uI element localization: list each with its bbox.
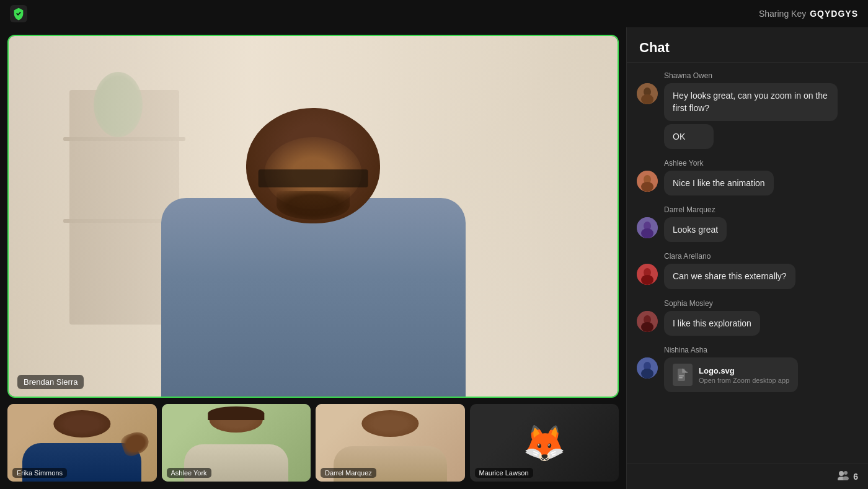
bubble-clara-1: Can we share this externally? <box>664 264 795 289</box>
sender-name-nishina: Nishina Asha <box>664 346 858 354</box>
thumb-name-ashlee: Ashlee York <box>167 468 211 478</box>
bubble-darrel-1: Looks great <box>664 217 727 242</box>
chat-header: Chat <box>627 27 868 63</box>
topbar: Sharing Key GQYDGYS <box>0 0 868 27</box>
sender-name-shawna: Shawna Owen <box>664 71 858 80</box>
svg-rect-19 <box>679 375 684 377</box>
avatar-shawna <box>637 83 658 104</box>
avatar-nishina <box>637 357 658 379</box>
thumb-ashlee-york[interactable]: Ashlee York <box>162 404 311 482</box>
participant-count-bar: 6 <box>627 464 868 489</box>
chat-msg-darrel: Darrel Marquez Looks great <box>637 205 858 242</box>
logo-area <box>10 5 27 22</box>
svg-point-23 <box>844 471 848 475</box>
msg-row-ashlee-1: Nice I like the animation <box>637 171 858 195</box>
thumb-erika-simmons[interactable]: Erika Simmons <box>7 404 157 482</box>
participant-count-number: 6 <box>853 472 858 482</box>
bubble-sophia-1: I like this exploration <box>664 311 760 336</box>
bubble-ashlee-1: Nice I like the animation <box>664 171 774 195</box>
svg-point-11 <box>641 275 653 285</box>
file-name: Logo.svg <box>699 366 789 375</box>
msg-row-clara-1: Can we share this externally? <box>637 264 858 289</box>
main-video: Brendan Sierra <box>7 35 619 398</box>
avatar-sophia <box>637 311 658 332</box>
svg-point-14 <box>641 322 653 332</box>
main-video-name-tag: Brendan Sierra <box>17 375 84 389</box>
fox-emoji: 🦊 <box>523 426 566 460</box>
thumb-name-erika: Erika Simmons <box>12 468 67 478</box>
svg-point-5 <box>641 182 653 192</box>
sharing-key-value: GQYDGYS <box>810 9 858 19</box>
avatar-ashlee <box>637 171 658 192</box>
thumb-name-maurice: Maurice Lawson <box>475 468 533 478</box>
chat-msg-shawna: Shawna Owen Hey looks great, can you zoo… <box>637 71 858 149</box>
msg-row-nishina-1: Logo.svg Open from Zoom desktop app <box>637 357 858 392</box>
sharing-key-area: Sharing Key GQYDGYS <box>759 9 858 19</box>
video-background <box>9 36 618 397</box>
thumbnail-row: Erika Simmons Ashlee York <box>7 404 619 482</box>
shield-icon <box>10 5 27 22</box>
svg-rect-20 <box>679 377 683 379</box>
chat-msg-nishina: Nishina Asha <box>637 346 858 392</box>
sender-name-darrel: Darrel Marquez <box>664 205 858 214</box>
participants-icon <box>837 470 849 483</box>
bubble-shawna-1: Hey looks great, can you zoom in on the … <box>664 83 838 121</box>
chat-panel: Chat Shawna Owen Hey looks great, can yo… <box>626 27 868 489</box>
svg-point-8 <box>641 228 653 238</box>
svg-point-21 <box>839 471 844 476</box>
file-action: Open from Zoom desktop app <box>699 377 789 384</box>
chat-msg-clara: Clara Arellano Can we share this externa… <box>637 252 858 289</box>
bubble-shawna-ok: OK <box>664 124 714 149</box>
msg-row-sophia-1: I like this exploration <box>637 311 858 336</box>
msg-row-darrel-1: Looks great <box>637 217 858 242</box>
chat-messages[interactable]: Shawna Owen Hey looks great, can you zoo… <box>627 63 868 464</box>
thumb-maurice-lawson[interactable]: 🦊 Maurice Lawson <box>470 404 619 482</box>
sender-name-ashlee: Ashlee York <box>664 159 858 168</box>
msg-row-shawna-1: Hey looks great, can you zoom in on the … <box>637 83 858 121</box>
file-icon <box>673 364 693 386</box>
chat-msg-ashlee: Ashlee York Nice I like the animation <box>637 159 858 195</box>
sender-name-sophia: Sophia Mosley <box>664 299 858 308</box>
svg-point-24 <box>843 477 849 481</box>
avatar-darrel <box>637 217 658 238</box>
thumb-darrel-marquez[interactable]: Darrel Marquez <box>316 404 465 482</box>
bubble-nishina-file[interactable]: Logo.svg Open from Zoom desktop app <box>664 357 798 392</box>
file-info: Logo.svg Open from Zoom desktop app <box>699 366 789 384</box>
svg-point-17 <box>641 369 653 379</box>
avatar-clara <box>637 264 658 285</box>
sharing-key-label: Sharing Key <box>759 9 806 19</box>
video-area: Brendan Sierra Erika Simmons <box>0 27 626 489</box>
svg-point-2 <box>641 94 653 104</box>
thumb-name-darrel: Darrel Marquez <box>321 468 376 478</box>
main-layout: Brendan Sierra Erika Simmons <box>0 27 868 489</box>
chat-msg-sophia: Sophia Mosley I like this exploration <box>637 299 858 336</box>
sender-name-clara: Clara Arellano <box>664 252 858 261</box>
